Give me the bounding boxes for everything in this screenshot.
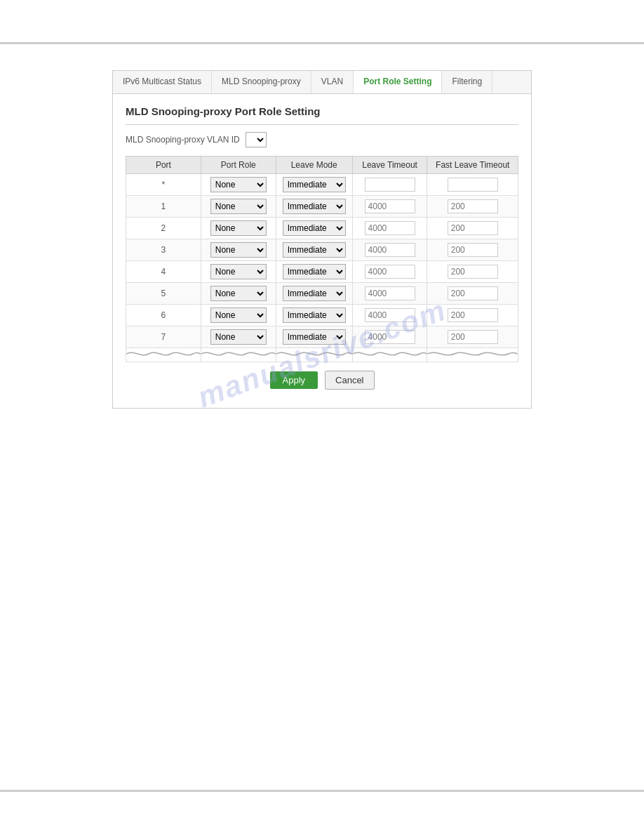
- table-row: 3NoneRouterHostImmediateNormalFast: [126, 239, 518, 261]
- tab-mld-snooping-proxy[interactable]: MLD Snooping-proxy: [212, 71, 311, 93]
- cell-fast-leave-timeout[interactable]: [427, 305, 518, 326]
- leave-mode-select[interactable]: ImmediateNormalFast: [283, 177, 346, 192]
- cell-fast-leave-timeout[interactable]: [427, 218, 518, 239]
- cell-port-role[interactable]: NoneRouterHost: [201, 283, 276, 305]
- fast-leave-timeout-input[interactable]: [448, 286, 498, 300]
- port-role-select[interactable]: NoneRouterHost: [210, 329, 267, 345]
- port-role-table: Port Port Role Leave Mode Leave Timeout …: [126, 156, 518, 362]
- cell-leave-timeout[interactable]: [352, 174, 427, 196]
- cell-port-role[interactable]: NoneRouterHost: [201, 326, 276, 348]
- cell-port-role[interactable]: NoneRouterHost: [201, 196, 276, 218]
- table-row: 6NoneRouterHostImmediateNormalFast: [126, 305, 518, 326]
- cell-fast-leave-timeout[interactable]: [427, 283, 518, 305]
- cell-leave-mode[interactable]: ImmediateNormalFast: [276, 218, 352, 239]
- wavy-row: [126, 348, 518, 362]
- cell-leave-mode[interactable]: ImmediateNormalFast: [276, 305, 352, 326]
- cell-fast-leave-timeout[interactable]: [427, 196, 518, 218]
- port-role-select[interactable]: NoneRouterHost: [210, 307, 267, 323]
- col-port-role: Port Role: [201, 157, 276, 174]
- leave-mode-select[interactable]: ImmediateNormalFast: [283, 329, 346, 345]
- cell-leave-timeout[interactable]: [352, 326, 427, 348]
- cell-port: 4: [126, 261, 201, 283]
- leave-mode-select[interactable]: ImmediateNormalFast: [283, 199, 346, 214]
- leave-mode-select[interactable]: ImmediateNormalFast: [283, 307, 346, 323]
- cell-fast-leave-timeout[interactable]: [427, 326, 518, 348]
- fast-leave-timeout-input[interactable]: [448, 308, 498, 322]
- table-row: 4NoneRouterHostImmediateNormalFast: [126, 261, 518, 283]
- cell-leave-mode[interactable]: ImmediateNormalFast: [276, 261, 352, 283]
- leave-timeout-input[interactable]: [365, 265, 415, 279]
- cell-port-role[interactable]: NoneRouterHost: [201, 239, 276, 261]
- cell-leave-timeout[interactable]: [352, 218, 427, 239]
- col-leave-timeout: Leave Timeout: [352, 157, 427, 174]
- leave-mode-select[interactable]: ImmediateNormalFast: [283, 286, 346, 301]
- cell-port: 7: [126, 326, 201, 348]
- leave-timeout-input[interactable]: [365, 178, 415, 192]
- tab-vlan[interactable]: VLAN: [311, 71, 354, 93]
- top-border: [0, 42, 644, 44]
- port-role-select[interactable]: NoneRouterHost: [210, 242, 267, 258]
- vlan-id-select[interactable]: [246, 132, 267, 147]
- cell-port-role[interactable]: NoneRouterHost: [201, 305, 276, 326]
- port-role-select[interactable]: NoneRouterHost: [210, 199, 267, 214]
- leave-timeout-input[interactable]: [365, 330, 415, 344]
- cell-leave-mode[interactable]: ImmediateNormalFast: [276, 239, 352, 261]
- cell-port: *: [126, 174, 201, 196]
- table-row: 7NoneRouterHostImmediateNormalFast: [126, 326, 518, 348]
- fast-leave-timeout-input[interactable]: [448, 178, 498, 192]
- content-area: MLD Snooping-proxy Port Role Setting MLD…: [113, 94, 531, 408]
- leave-timeout-input[interactable]: [365, 308, 415, 322]
- cell-port: 2: [126, 218, 201, 239]
- cell-port-role[interactable]: NoneRouterHost: [201, 218, 276, 239]
- col-port: Port: [126, 157, 201, 174]
- port-role-select[interactable]: NoneRouterHost: [210, 264, 267, 279]
- leave-mode-select[interactable]: ImmediateNormalFast: [283, 220, 346, 236]
- cell-leave-mode[interactable]: ImmediateNormalFast: [276, 196, 352, 218]
- cancel-button[interactable]: Cancel: [325, 371, 374, 390]
- tab-port-role-setting[interactable]: Port Role Setting: [354, 71, 442, 93]
- leave-mode-select[interactable]: ImmediateNormalFast: [283, 242, 346, 258]
- cell-leave-timeout[interactable]: [352, 239, 427, 261]
- cell-leave-mode[interactable]: ImmediateNormalFast: [276, 283, 352, 305]
- cell-leave-mode[interactable]: ImmediateNormalFast: [276, 326, 352, 348]
- button-row: Apply Cancel: [126, 362, 518, 397]
- port-role-select[interactable]: NoneRouterHost: [210, 177, 267, 192]
- cell-fast-leave-timeout[interactable]: [427, 174, 518, 196]
- vlan-row: MLD Snooping-proxy VLAN ID: [126, 132, 518, 147]
- fast-leave-timeout-input[interactable]: [448, 265, 498, 279]
- port-role-select[interactable]: NoneRouterHost: [210, 286, 267, 301]
- table-row: 1NoneRouterHostImmediateNormalFast: [126, 196, 518, 218]
- col-leave-mode: Leave Mode: [276, 157, 352, 174]
- leave-timeout-input[interactable]: [365, 286, 415, 300]
- main-panel: IPv6 Multicast Status MLD Snooping-proxy…: [112, 70, 532, 409]
- leave-timeout-input[interactable]: [365, 199, 415, 213]
- leave-timeout-input[interactable]: [365, 243, 415, 257]
- table-row: 5NoneRouterHostImmediateNormalFast: [126, 283, 518, 305]
- bottom-border: [0, 790, 644, 792]
- cell-port-role[interactable]: NoneRouterHost: [201, 174, 276, 196]
- tab-bar: IPv6 Multicast Status MLD Snooping-proxy…: [113, 71, 531, 94]
- cell-fast-leave-timeout[interactable]: [427, 261, 518, 283]
- fast-leave-timeout-input[interactable]: [448, 243, 498, 257]
- table-row: *NoneRouterHostImmediateNormalFast: [126, 174, 518, 196]
- page-title: MLD Snooping-proxy Port Role Setting: [126, 105, 518, 117]
- tab-filtering[interactable]: Filtering: [442, 71, 492, 93]
- cell-leave-timeout[interactable]: [352, 305, 427, 326]
- fast-leave-timeout-input[interactable]: [448, 199, 498, 213]
- leave-mode-select[interactable]: ImmediateNormalFast: [283, 264, 346, 279]
- cell-port-role[interactable]: NoneRouterHost: [201, 261, 276, 283]
- cell-port: 3: [126, 239, 201, 261]
- cell-leave-timeout[interactable]: [352, 261, 427, 283]
- apply-button[interactable]: Apply: [270, 371, 318, 389]
- cell-fast-leave-timeout[interactable]: [427, 239, 518, 261]
- cell-leave-mode[interactable]: ImmediateNormalFast: [276, 174, 352, 196]
- fast-leave-timeout-input[interactable]: [448, 221, 498, 235]
- leave-timeout-input[interactable]: [365, 221, 415, 235]
- vlan-label: MLD Snooping-proxy VLAN ID: [126, 135, 240, 145]
- port-role-select[interactable]: NoneRouterHost: [210, 220, 267, 236]
- cell-leave-timeout[interactable]: [352, 196, 427, 218]
- tab-ipv6-multicast-status[interactable]: IPv6 Multicast Status: [113, 71, 212, 93]
- cell-leave-timeout[interactable]: [352, 283, 427, 305]
- cell-port: 1: [126, 196, 201, 218]
- fast-leave-timeout-input[interactable]: [448, 330, 498, 344]
